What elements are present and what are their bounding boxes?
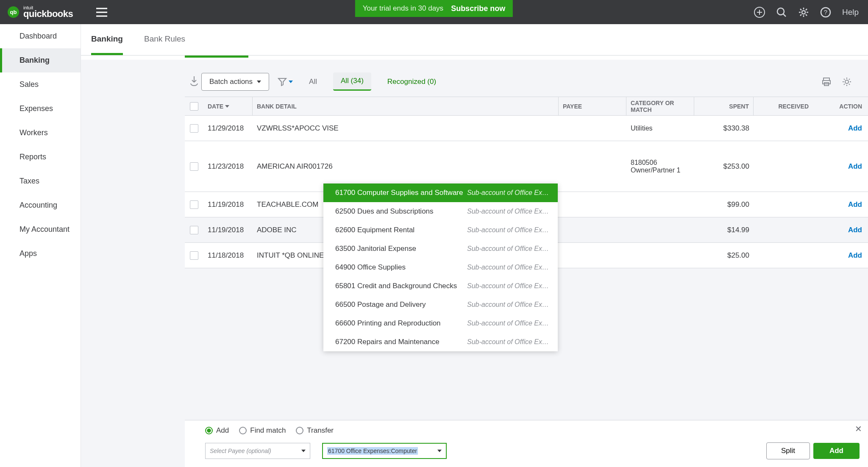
trial-banner: Your trial ends in 30 days Subscribe now [355,0,513,17]
batch-label: Batch actions [209,78,253,86]
chevron-down-icon [257,81,261,83]
category-option-name: 64900 Office Supplies [335,263,467,272]
category-option-name: 61700 Computer Supplies and Software [335,189,467,197]
category-option[interactable]: 66500 Postage and DeliverySub-account of… [323,295,558,314]
add-link[interactable]: Add [848,124,862,132]
table-header: DATE BANK DETAIL PAYEE CATEGORY OR MATCH… [185,97,868,116]
tabs: BankingBank Rules [81,24,868,56]
radio-find-match[interactable]: Find match [239,426,286,435]
settings-icon[interactable] [842,77,852,87]
category-option-sub: Sub-account of Office Exp… [467,226,552,234]
cell-spent: $253.00 [694,162,754,171]
category-dropdown[interactable]: 61700 Computer Supplies and SoftwareSub-… [323,183,558,351]
sidebar-item-accounting[interactable]: Accounting [0,193,81,217]
filter-all-count[interactable]: All (34) [333,72,371,91]
category-option-name: 62500 Dues and Subscriptions [335,207,467,216]
tab-banking[interactable]: Banking [91,34,123,55]
select-all-checkbox[interactable] [190,102,198,111]
category-option[interactable]: 67200 Repairs and MaintenanceSub-account… [323,333,558,351]
category-option[interactable]: 62600 Equipment RentalSub-account of Off… [323,221,558,239]
logo[interactable]: qb intuit quickbooks [0,5,73,19]
help-link[interactable]: Help [842,8,859,17]
payee-placeholder: Select Payee (optional) [210,448,271,454]
sidebar-item-taxes[interactable]: Taxes [0,169,81,193]
category-select[interactable]: 61700 Office Expenses:Computer [322,443,447,459]
refresh-icon[interactable] [189,76,199,86]
row-checkbox[interactable] [190,251,198,260]
category-option[interactable]: 65801 Credit and Background ChecksSub-ac… [323,277,558,295]
add-link[interactable]: Add [848,251,862,259]
header-category[interactable]: CATEGORY OR MATCH [626,97,694,115]
row-checkbox[interactable] [190,124,198,133]
cell-spent: $330.38 [694,124,754,133]
split-button[interactable]: Split [766,442,810,459]
cell-spent: $25.00 [694,251,754,260]
sidebar-item-workers[interactable]: Workers [0,121,81,145]
category-option-name: 65801 Credit and Background Checks [335,282,467,290]
header-detail[interactable]: BANK DETAIL [253,97,559,115]
cell-date: 11/19/2018 [203,200,253,209]
sidebar-item-apps[interactable]: Apps [0,242,81,266]
chevron-down-icon [437,450,442,452]
sidebar-item-banking[interactable]: Banking [0,48,81,72]
gear-icon[interactable] [798,7,809,18]
category-option[interactable]: 61700 Computer Supplies and SoftwareSub-… [323,183,558,202]
sidebar-item-reports[interactable]: Reports [0,145,81,169]
sidebar-item-expenses[interactable]: Expenses [0,97,81,121]
category-option-sub: Sub-account of Office Exp… [467,264,552,271]
logo-badge-icon: qb [8,6,19,18]
svg-point-1 [777,8,784,15]
category-option-name: 66500 Postage and Delivery [335,300,467,309]
add-button[interactable]: Add [813,443,860,459]
add-link[interactable]: Add [848,162,862,170]
close-icon[interactable]: ✕ [855,424,862,434]
payee-select[interactable]: Select Payee (optional) [205,443,310,459]
filter-button[interactable] [278,77,293,86]
tab-bank-rules[interactable]: Bank Rules [144,34,185,55]
sidebar-item-sales[interactable]: Sales [0,72,81,97]
progress-bar [185,56,248,58]
radio-add[interactable]: Add [205,426,229,435]
radio-transfer[interactable]: Transfer [296,426,334,435]
category-option[interactable]: 62500 Dues and SubscriptionsSub-account … [323,202,558,221]
cell-category: Utilities [626,125,694,132]
svg-text:?: ? [824,8,827,16]
row-checkbox[interactable] [190,200,198,209]
row-checkbox[interactable] [190,226,198,234]
row-checkbox[interactable] [190,162,198,171]
category-option[interactable]: 64900 Office SuppliesSub-account of Offi… [323,258,558,277]
category-value: 61700 Office Expenses:Computer [327,447,418,455]
header-spent[interactable]: SPENT [694,97,754,115]
add-link[interactable]: Add [848,200,862,208]
filter-all[interactable]: All [301,73,325,90]
plus-icon[interactable] [754,7,765,18]
print-icon[interactable] [821,77,832,87]
category-option[interactable]: 63500 Janitorial ExpenseSub-account of O… [323,239,558,258]
sidebar-item-dashboard[interactable]: Dashboard [0,24,81,48]
category-option-sub: Sub-account of Office Exp… [467,189,552,197]
category-option-sub: Sub-account of Office Exp… [467,282,552,290]
search-icon[interactable] [776,7,787,18]
toolbar: Batch actions All All (34) Recognized (0… [81,60,868,97]
subscribe-link[interactable]: Subscribe now [451,4,505,13]
add-link[interactable]: Add [848,226,862,234]
category-option-sub: Sub-account of Office Exp… [467,320,552,327]
table-row[interactable]: 11/29/2018VZWRLSS*APOCC VISEUtilities$33… [185,116,868,141]
help-icon[interactable]: ? [820,7,831,18]
header-action[interactable]: ACTION [813,97,868,115]
header-date[interactable]: DATE [203,97,253,115]
category-option[interactable]: 66600 Printing and ReproductionSub-accou… [323,314,558,333]
detail-panel: ✕ Add Find match Transfer Select Payee (… [185,420,868,467]
batch-actions-button[interactable]: Batch actions [201,73,269,91]
header-received[interactable]: RECEIVED [754,97,813,115]
filter-recognized[interactable]: Recognized (0) [380,73,444,90]
category-option-name: 62600 Equipment Rental [335,226,467,234]
chevron-down-icon [301,450,306,452]
cell-date: 11/29/2018 [203,124,253,133]
chevron-down-icon [289,81,293,83]
hamburger-icon[interactable] [96,8,107,17]
header-payee[interactable]: PAYEE [559,97,626,115]
sidebar-item-my-accountant[interactable]: My Accountant [0,217,81,242]
cell-detail: VZWRLSS*APOCC VISE [253,124,559,133]
sidebar: DashboardBankingSalesExpensesWorkersRepo… [0,24,81,467]
